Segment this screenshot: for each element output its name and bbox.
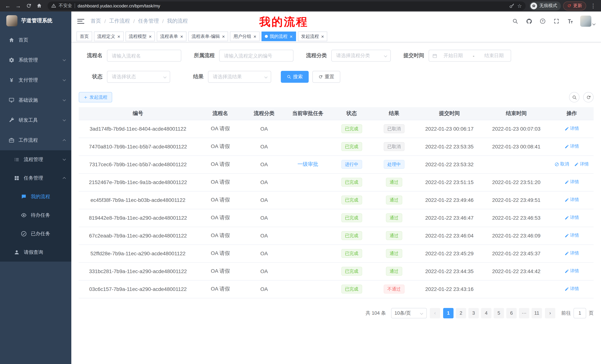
breadcrumb-home[interactable]: 首页 [91,18,101,25]
detail-link[interactable]: 详情 [564,268,579,274]
category-select[interactable]: 请选择流程分类 [331,50,391,62]
tab-process-model[interactable]: 流程模型× [125,31,155,41]
sidebar-toggle-icon[interactable] [77,19,84,24]
detail-link[interactable]: 详情 [564,232,579,239]
cell-current-task [285,191,331,209]
status-select[interactable]: 请选择状态 [107,71,170,83]
divider [75,3,75,8]
breadcrumb-workflow[interactable]: 工作流程 [109,18,130,25]
refresh-table-button[interactable] [583,92,594,102]
search-button[interactable]: 搜索 [281,71,309,83]
sidebar-item-home[interactable]: 首页 [0,30,71,50]
process-name-input[interactable] [107,50,181,62]
page-button-5[interactable]: 5 [494,308,504,318]
user-avatar[interactable] [580,16,595,27]
page-button-2[interactable]: 2 [456,308,466,318]
result-select[interactable]: 请选择流结果 [208,71,271,83]
toggle-search-button[interactable] [569,92,580,102]
tab-start-process[interactable]: 发起流程× [298,31,327,41]
security-label[interactable]: 不安全 [59,3,72,9]
detail-link[interactable]: 详情 [564,215,579,221]
current-task-link[interactable]: 一级审批 [298,161,318,168]
browser-home-button[interactable] [34,1,44,10]
font-size-icon[interactable] [566,18,574,25]
tab-user-group[interactable]: 用户分组× [230,31,260,41]
address-bar[interactable]: 不安全 dashboard.yudao.iocoder.cn/bpm/task/… [48,1,526,10]
sidebar-item-devtools[interactable]: 研发工具 [0,110,71,130]
sidebar-item-process-mgmt[interactable]: 流程管理 [0,150,71,169]
page-button-3[interactable]: 3 [468,308,479,318]
tab-process-definition[interactable]: 流程定义× [94,31,123,41]
sidebar-item-system[interactable]: 系统管理 [0,50,71,70]
help-icon[interactable] [539,18,546,25]
status-badge: 已完成 [341,196,362,204]
detail-link[interactable]: 详情 [564,126,579,132]
page-button-4[interactable]: 4 [481,308,491,318]
result-badge: 通过 [386,213,402,222]
tab-home[interactable]: 首页 [77,31,92,41]
result-badge: 已取消 [384,124,404,133]
prev-page-button[interactable]: ‹ [430,308,440,318]
close-icon[interactable]: × [149,34,151,39]
goto-label: 前往 [561,310,571,316]
process-definition-input[interactable] [219,50,293,62]
sidebar-item-task-mgmt[interactable]: 任务管理 [0,169,71,187]
sidebar-item-todo-tasks[interactable]: 待办任务 [0,206,71,224]
tab-process-form-edit[interactable]: 流程表单-编辑× [188,31,228,41]
browser-menu-icon[interactable]: ⋮ [588,1,598,10]
goto-page-input[interactable] [573,308,586,318]
table-row: 03c6c157-7b9a-11ec-a290-acde48001122 OA … [79,280,594,298]
browser-update-button[interactable]: 更新 [563,1,586,10]
date-range-picker[interactable]: 开始日期 - 结束日期 [429,50,511,62]
close-icon[interactable]: × [180,34,183,39]
chevron-down-icon [420,312,423,315]
detail-link[interactable]: 详情 [564,197,579,203]
close-icon[interactable]: × [290,34,292,39]
close-icon[interactable]: × [253,34,256,39]
detail-link[interactable]: 详情 [574,161,589,168]
close-icon[interactable]: × [222,34,225,39]
app-logo[interactable]: 芋道管理系统 [0,11,71,30]
table-row: 7317cec6-7b9b-11ec-b5b7-acde48001122 OA … [79,155,594,173]
detail-link[interactable]: 详情 [564,144,579,150]
page-button-11[interactable]: 11 [531,308,542,318]
sidebar-item-workflow[interactable]: 工作流程 [0,130,71,150]
page-content: 流程名 所属流程 流程分类 请选择流程分类 提交时间 [71,42,601,364]
chevron-down-icon [63,78,66,81]
sidebar-item-leave-query[interactable]: 请假查询 [0,243,71,262]
breadcrumb-task-mgmt[interactable]: 任务管理 [138,18,159,25]
key-icon[interactable] [510,3,515,8]
github-icon[interactable] [525,18,533,25]
fullscreen-icon[interactable] [553,18,560,25]
bookmark-star-icon[interactable]: ☆ [517,3,522,9]
detail-link[interactable]: 详情 [564,250,579,257]
cell-category: OA [243,191,285,209]
reset-button[interactable]: 重置 [312,71,340,83]
browser-back-button[interactable]: ← [3,1,13,10]
cell-end-time: 2022-01-23 00:07:03 [483,120,550,138]
detail-link[interactable]: 详情 [564,179,579,185]
page-button-6[interactable]: 6 [506,308,517,318]
detail-link[interactable]: 详情 [564,286,579,292]
sidebar-item-infrastructure[interactable]: 基础设施 [0,90,71,110]
page-button-1[interactable]: 1 [443,308,453,318]
cell-end-time: 2022-01-22 23:51:20 [483,173,550,191]
sidebar-item-payment[interactable]: ¥ 支付管理 [0,70,71,90]
page-size-select[interactable]: 10条/页 [391,308,427,318]
more-pages-button[interactable]: ··· [519,308,529,318]
cell-id: 3ad174fb-7b9d-11ec-8404-acde48001122 [79,120,197,138]
breadcrumb-current: 我的流程 [167,18,188,25]
close-icon[interactable]: × [117,34,120,39]
table-row: 331bc281-7b9a-11ec-a290-acde48001122 OA … [79,262,594,280]
tab-process-form[interactable]: 流程表单× [157,31,186,41]
start-process-button[interactable]: 发起流程 [79,92,112,102]
search-icon[interactable] [511,18,519,25]
browser-forward-button[interactable]: → [13,1,23,10]
tab-my-process[interactable]: 我的流程× [261,31,296,41]
next-page-button[interactable]: › [545,308,555,318]
cancel-link[interactable]: 取消 [555,161,569,168]
browser-reload-button[interactable] [24,1,33,10]
close-icon[interactable]: × [321,34,324,39]
sidebar-item-my-process[interactable]: 我的流程 [0,187,71,206]
sidebar-item-done-tasks[interactable]: 已办任务 [0,224,71,243]
